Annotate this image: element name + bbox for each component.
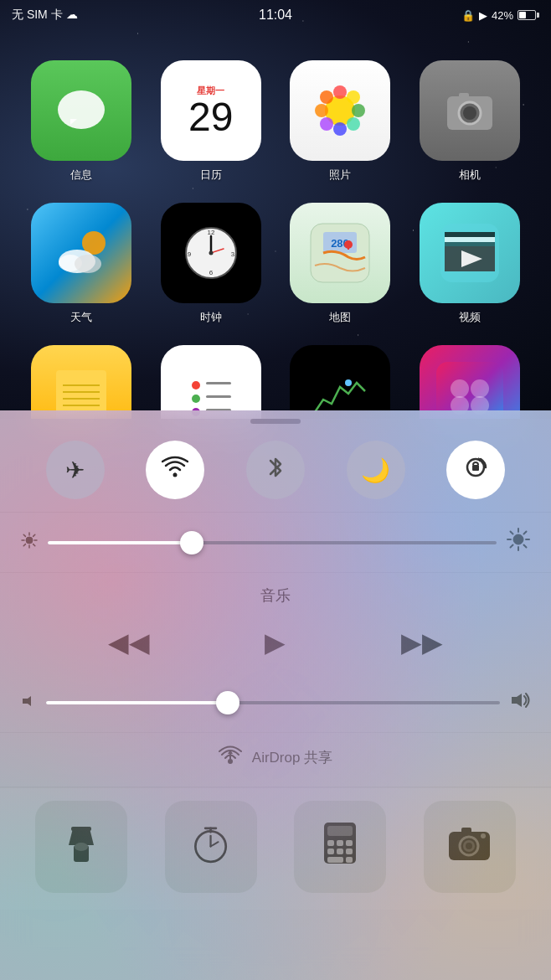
app-icon-weather	[31, 203, 131, 303]
bluetooth-toggle[interactable]	[246, 441, 305, 499]
svg-point-108	[481, 833, 486, 838]
svg-line-67	[33, 544, 35, 546]
svg-point-70	[513, 534, 523, 544]
svg-rect-34	[445, 237, 495, 242]
lock-status-icon: 🔒	[461, 9, 475, 22]
timer-button[interactable]	[165, 801, 257, 893]
app-icon-notes	[31, 345, 131, 419]
svg-rect-95	[327, 840, 334, 846]
music-controls: ◀◀ ▶ ▶▶	[0, 618, 551, 675]
calculator-icon	[321, 820, 359, 874]
svg-rect-35	[445, 242, 495, 246]
svg-line-76	[524, 545, 527, 548]
svg-marker-79	[23, 696, 31, 706]
camera-quick-icon	[446, 822, 492, 872]
svg-text:6: 6	[209, 269, 214, 276]
svg-line-90	[210, 842, 218, 846]
app-icon-calendar: 星期一 29	[161, 60, 261, 161]
airplane-toggle[interactable]: ✈	[46, 441, 105, 499]
moon-icon: 🌙	[361, 456, 390, 484]
svg-rect-97	[346, 840, 353, 846]
svg-line-66	[23, 534, 25, 536]
app-photos[interactable]: 照片	[276, 50, 405, 193]
svg-point-13	[463, 106, 476, 120]
quick-launch	[0, 787, 551, 910]
time-display: 11:04	[259, 8, 292, 23]
rewind-button[interactable]: ◀◀	[100, 622, 158, 663]
app-icon-stocks	[290, 345, 390, 419]
brightness-row	[0, 513, 551, 572]
svg-rect-14	[459, 93, 469, 98]
app-messages[interactable]: 信息	[17, 50, 147, 193]
svg-point-5	[315, 104, 328, 117]
app-gamecenter[interactable]: Game Center	[405, 335, 535, 419]
svg-line-68	[23, 544, 25, 546]
airdrop-icon	[219, 743, 242, 771]
app-label-messages: 信息	[70, 168, 92, 183]
svg-marker-80	[512, 694, 522, 707]
app-stocks[interactable]: 股票	[276, 335, 405, 419]
svg-text:12: 12	[207, 229, 214, 236]
svg-rect-96	[337, 840, 343, 846]
flashlight-button[interactable]	[35, 801, 127, 893]
svg-rect-100	[346, 848, 353, 854]
svg-point-9	[320, 117, 333, 131]
svg-line-69	[33, 534, 35, 536]
cal-date: 29	[188, 97, 233, 137]
svg-text:3: 3	[231, 250, 235, 258]
forward-button[interactable]: ▶▶	[393, 622, 451, 663]
app-maps[interactable]: 280 地图	[276, 193, 405, 335]
svg-rect-102	[346, 857, 353, 863]
app-calendar[interactable]: 星期一 29 日历	[147, 50, 276, 193]
svg-rect-33	[445, 232, 495, 237]
svg-point-51	[345, 379, 352, 386]
app-icon-reminders	[161, 345, 261, 419]
toggle-row: ✈ 🌙	[0, 428, 551, 512]
svg-rect-101	[327, 857, 343, 863]
app-label-video: 视频	[459, 310, 481, 325]
app-reminders[interactable]: 提醒事项	[147, 335, 276, 419]
svg-rect-98	[327, 848, 334, 854]
svg-point-57	[173, 472, 178, 477]
volume-high-icon	[510, 690, 530, 715]
svg-point-3	[333, 85, 347, 99]
svg-point-6	[352, 104, 365, 117]
svg-rect-107	[461, 828, 471, 833]
carrier-text: 无 SIM 卡 ☁	[12, 8, 78, 23]
pull-handle-bar	[250, 419, 301, 424]
calculator-button[interactable]	[294, 801, 386, 893]
pull-handle[interactable]	[0, 410, 551, 428]
app-video[interactable]: 视频	[405, 193, 535, 335]
app-camera[interactable]: 相机	[405, 50, 535, 193]
rotation-lock-icon	[462, 454, 489, 487]
app-icon-messages	[31, 60, 131, 161]
app-notes[interactable]: 备忘录	[17, 335, 147, 419]
app-icon-photos	[290, 60, 390, 161]
app-label-calendar: 日历	[200, 168, 222, 183]
home-screen: 无 SIM 卡 ☁ 11:04 🔒 ▶ 42% 信息 星期一 29	[0, 0, 551, 419]
svg-line-77	[511, 545, 513, 548]
svg-point-54	[471, 379, 489, 398]
app-label-photos: 照片	[329, 168, 351, 183]
music-section: 音乐 ◀◀ ▶ ▶▶	[0, 573, 551, 683]
airdrop-row[interactable]: AirDrop 共享	[0, 733, 551, 787]
volume-low-icon	[21, 694, 36, 713]
play-button[interactable]: ▶	[256, 622, 294, 663]
brightness-slider[interactable]	[48, 541, 497, 544]
app-label-camera: 相机	[459, 168, 481, 183]
app-icon-gamecenter	[420, 345, 520, 419]
app-label-maps: 地图	[329, 310, 351, 325]
camera-quick-button[interactable]	[424, 801, 516, 893]
rotation-toggle[interactable]	[446, 441, 505, 499]
svg-rect-48	[206, 395, 231, 398]
wifi-toggle[interactable]	[146, 441, 204, 499]
app-clock[interactable]: 12 6 9 3 时钟	[147, 193, 276, 335]
location-icon: ▶	[479, 9, 487, 22]
bluetooth-icon	[266, 454, 285, 487]
svg-rect-94	[327, 826, 353, 836]
svg-rect-86	[71, 827, 91, 831]
app-weather[interactable]: 天气	[17, 193, 147, 335]
battery-pct: 42%	[492, 9, 513, 22]
dnd-toggle[interactable]: 🌙	[347, 441, 405, 499]
volume-slider[interactable]	[46, 701, 500, 704]
